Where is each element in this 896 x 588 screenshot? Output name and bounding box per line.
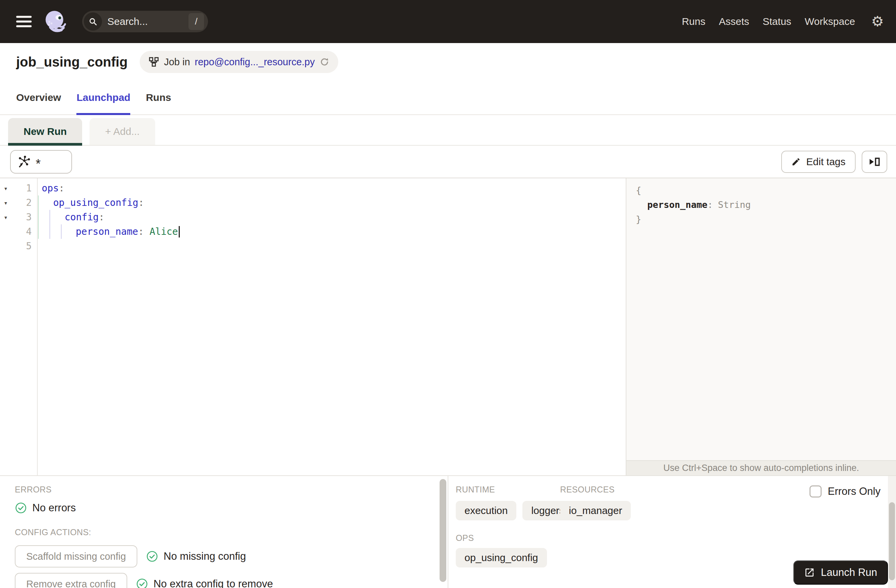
errors-status-row: No errors: [15, 502, 438, 514]
search-input[interactable]: Search... /: [82, 11, 208, 32]
tab-launchpad[interactable]: Launchpad: [76, 81, 130, 114]
pencil-icon: [791, 157, 801, 167]
gear-icon[interactable]: ⚙: [871, 14, 884, 29]
errors-only-control: Errors Only: [809, 485, 881, 497]
tab-runs[interactable]: Runs: [146, 81, 171, 114]
nav-item-workspace[interactable]: Workspace: [805, 16, 855, 27]
toggle-second-panel-button[interactable]: [862, 151, 887, 173]
sections-panel: RUNTIME execution loggers RESOURCES io_m…: [449, 476, 896, 588]
sections-panel-scrollbar[interactable]: [888, 476, 896, 588]
launchpad-session-tabs: New Run + Add...: [0, 115, 896, 146]
runtime-label: RUNTIME: [456, 485, 495, 494]
remove-extra-config-button[interactable]: Remove extra config: [15, 573, 127, 588]
fold-arrow-icon[interactable]: [0, 213, 11, 221]
launch-icon: [804, 567, 815, 578]
ops-chips: op_using_config: [456, 548, 547, 567]
errors-label: ERRORS: [15, 485, 438, 494]
line-number: 1: [11, 183, 37, 194]
resources-chips: io_manager: [560, 501, 631, 520]
config-schema-panel: { person_name:String } Use Ctrl+Space to…: [626, 178, 896, 475]
job-graph-icon: [148, 56, 159, 67]
chip-io-manager[interactable]: io_manager: [560, 501, 631, 520]
op-selector-input[interactable]: *: [10, 150, 72, 173]
tab-overview[interactable]: Overview: [16, 81, 61, 114]
header-nav: Runs Assets Status Workspace ⚙: [682, 14, 884, 29]
search-icon: [84, 12, 102, 30]
errors-only-label: Errors Only: [828, 485, 881, 497]
schema-field-name[interactable]: person_name: [647, 199, 707, 210]
launchpad-toolbar: * Edit tags: [0, 146, 896, 178]
search-placeholder: Search...: [107, 16, 189, 27]
launch-run-button[interactable]: Launch Run: [793, 561, 888, 585]
job-tabs: Overview Launchpad Runs: [0, 81, 896, 115]
line-number: 4: [11, 226, 37, 237]
schema-code: { person_name:String }: [626, 178, 896, 226]
check-circle-icon: [136, 578, 148, 588]
job-badge-prefix: Job in: [164, 56, 190, 68]
text-cursor: [179, 226, 180, 237]
scrollbar-thumb[interactable]: [440, 479, 446, 582]
chip-execution[interactable]: execution: [456, 501, 516, 520]
session-tab-new-run[interactable]: New Run: [8, 118, 82, 145]
ops-label: OPS: [456, 533, 474, 543]
nav-item-status[interactable]: Status: [763, 16, 791, 27]
runtime-chips: execution loggers: [456, 501, 573, 520]
missing-config-status: No missing config: [164, 550, 246, 562]
editor-line: 3 config:: [0, 210, 626, 224]
fold-arrow-icon[interactable]: [0, 199, 11, 207]
resources-label: RESOURCES: [560, 485, 615, 494]
nav-item-runs[interactable]: Runs: [682, 16, 706, 27]
edit-tags-button[interactable]: Edit tags: [781, 151, 856, 173]
config-workspace: 1 ops: 2 op_using_config: 3 config: 4 pe…: [0, 178, 896, 475]
errors-status-text: No errors: [32, 502, 76, 514]
check-circle-icon: [146, 550, 158, 562]
code-area: 1 ops: 2 op_using_config: 3 config: 4 pe…: [0, 181, 626, 253]
fold-arrow-icon[interactable]: [0, 184, 11, 192]
extra-config-status: No extra config to remove: [154, 578, 273, 588]
launch-run-label: Launch Run: [821, 567, 877, 579]
config-editor[interactable]: 1 ops: 2 op_using_config: 3 config: 4 pe…: [0, 178, 626, 475]
yaml-key: person_name: [76, 226, 138, 237]
scrollbar-thumb[interactable]: [889, 502, 895, 580]
session-tab-add[interactable]: + Add...: [90, 118, 155, 145]
toolbar-right: Edit tags: [781, 151, 887, 173]
line-number: 2: [11, 197, 37, 208]
check-circle-icon: [15, 502, 27, 514]
config-action-row: Remove extra config No extra config to r…: [15, 573, 438, 588]
editor-line: 1 ops:: [0, 181, 626, 196]
yaml-key: config: [65, 211, 99, 223]
nav-item-assets[interactable]: Assets: [719, 16, 749, 27]
reload-icon[interactable]: [319, 57, 329, 67]
editor-line: 4 person_name:Alice: [0, 224, 626, 239]
schema-brace: }: [636, 214, 641, 224]
yaml-key: op_using_config: [53, 197, 138, 208]
bottom-panel: ERRORS No errors CONFIG ACTIONS: Scaffol…: [0, 475, 896, 588]
edit-tags-label: Edit tags: [806, 156, 846, 167]
scaffold-missing-config-button[interactable]: Scaffold missing config: [15, 545, 137, 567]
yaml-key: ops: [42, 183, 59, 194]
title-row: job_using_config Job in repo@config..._r…: [0, 43, 896, 81]
op-graph-icon: [17, 155, 30, 168]
line-number: 5: [11, 240, 37, 252]
dagster-logo-icon[interactable]: [44, 10, 67, 33]
config-actions-label: CONFIG ACTIONS:: [15, 527, 438, 537]
op-selector-value: *: [36, 155, 41, 168]
config-action-row: Scaffold missing config No missing confi…: [15, 545, 438, 567]
errors-only-checkbox[interactable]: [809, 485, 821, 497]
dagster-launchpad-page: Search... / Runs Assets Status Workspace…: [0, 0, 896, 588]
job-repo-link[interactable]: repo@config..._resource.py: [195, 56, 315, 68]
editor-line: 2 op_using_config:: [0, 196, 626, 210]
editor-line: 5: [0, 239, 626, 253]
job-origin-badge: Job in repo@config..._resource.py: [140, 51, 338, 73]
schema-field-type: String: [713, 199, 751, 210]
chip-op-using-config[interactable]: op_using_config: [456, 548, 547, 567]
split-panel-icon: [869, 156, 880, 167]
errors-panel-scrollbar[interactable]: [438, 476, 448, 588]
line-number: 3: [11, 211, 37, 223]
autocomplete-hint: Use Ctrl+Space to show auto-completions …: [626, 460, 896, 475]
yaml-value: Alice: [144, 226, 178, 237]
search-shortcut-key: /: [189, 13, 204, 30]
top-header: Search... / Runs Assets Status Workspace…: [0, 0, 896, 43]
errors-panel: ERRORS No errors CONFIG ACTIONS: Scaffol…: [0, 476, 438, 588]
menu-icon[interactable]: [16, 16, 32, 27]
